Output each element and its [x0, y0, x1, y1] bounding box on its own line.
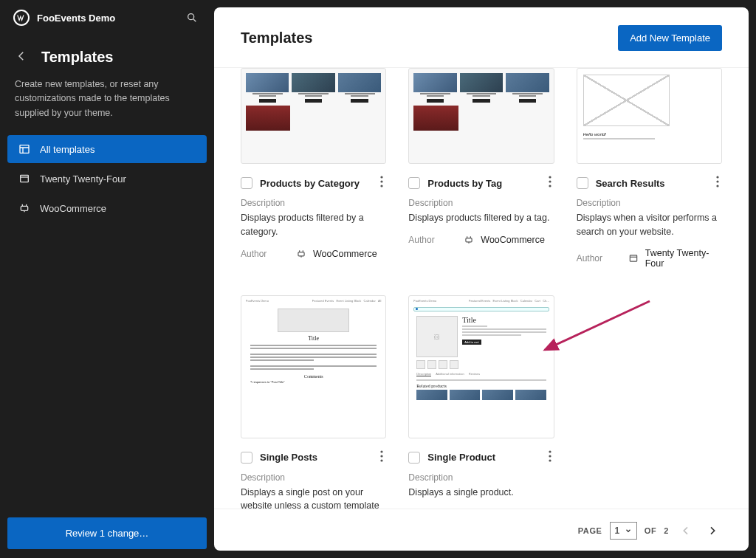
- svg-rect-1: [20, 145, 29, 154]
- sidebar-item-label: WooCommerce: [40, 203, 106, 214]
- page-title: Templates: [241, 30, 312, 46]
- sidebar-title: Templates: [41, 49, 113, 66]
- template-author: Twenty Twenty-Four: [628, 248, 722, 269]
- chevron-down-icon: [625, 527, 632, 534]
- description-label: Description: [241, 472, 386, 483]
- template-checkbox[interactable]: [408, 177, 420, 189]
- template-author: WooCommerce: [295, 248, 377, 260]
- wordpress-logo-icon[interactable]: [13, 10, 30, 26]
- total-pages: 2: [664, 526, 669, 535]
- author-label: Author: [408, 235, 450, 245]
- svg-point-21: [549, 455, 551, 457]
- description-label: Description: [408, 198, 554, 208]
- page-select[interactable]: 1: [610, 522, 637, 540]
- search-icon[interactable]: [183, 9, 201, 27]
- theme-icon: [18, 172, 31, 185]
- description-label: Description: [408, 472, 554, 483]
- sidebar-item-label: All templates: [40, 144, 94, 155]
- svg-point-14: [716, 185, 718, 187]
- template-card: FooEvents DemoFeatured Events Event List…: [408, 295, 554, 509]
- svg-point-17: [381, 455, 383, 457]
- template-card: Products by Tag Description Displays pro…: [408, 68, 554, 269]
- more-actions-icon[interactable]: [377, 174, 386, 192]
- template-card: Products by Category Description Display…: [241, 68, 386, 269]
- sidebar-item-twenty-twenty-four[interactable]: Twenty Twenty-Four: [7, 165, 207, 193]
- svg-point-0: [188, 14, 194, 20]
- template-checkbox[interactable]: [408, 452, 420, 464]
- svg-point-16: [381, 450, 383, 452]
- template-description: Displays products filtered by a tag.: [408, 211, 554, 225]
- author-label: Author: [577, 253, 615, 264]
- template-title[interactable]: Single Posts: [260, 452, 377, 463]
- template-title[interactable]: Single Product: [427, 452, 545, 463]
- plugin-icon: [295, 248, 307, 260]
- review-changes-button[interactable]: Review 1 change…: [7, 517, 207, 549]
- templates-grid: Products by Category Description Display…: [241, 68, 722, 509]
- template-checkbox[interactable]: [577, 177, 588, 189]
- svg-point-4: [381, 176, 383, 178]
- template-title[interactable]: Products by Category: [260, 178, 377, 189]
- plugin-icon: [463, 234, 475, 246]
- pagination: PAGE 1 OF 2: [214, 509, 749, 551]
- author-label: Author: [241, 249, 282, 259]
- svg-rect-15: [630, 255, 637, 261]
- svg-point-10: [549, 185, 551, 187]
- svg-point-6: [381, 185, 383, 187]
- description-label: Description: [577, 198, 722, 208]
- template-thumbnail[interactable]: [241, 68, 386, 164]
- template-title[interactable]: Search Results: [596, 178, 713, 189]
- svg-point-9: [549, 180, 551, 182]
- sidebar-item-all-templates[interactable]: All templates: [7, 135, 207, 163]
- svg-rect-2: [21, 175, 29, 182]
- template-thumbnail[interactable]: [408, 68, 554, 164]
- svg-rect-3: [21, 206, 27, 210]
- svg-point-20: [549, 450, 551, 452]
- more-actions-icon[interactable]: [546, 449, 554, 466]
- site-name[interactable]: FooEvents Demo: [37, 13, 183, 24]
- template-thumbnail[interactable]: FooEvents DemoFeatured Events Event List…: [408, 295, 554, 438]
- svg-point-12: [716, 176, 718, 178]
- template-description: Displays products filtered by a category…: [241, 211, 386, 239]
- template-author: WooCommerce: [463, 234, 545, 246]
- more-actions-icon[interactable]: [377, 449, 386, 466]
- template-card: FooEvents DemoFeatured Events Event List…: [241, 295, 386, 509]
- sidebar: FooEvents Demo Templates Create new temp…: [0, 0, 214, 558]
- plugin-icon: [18, 202, 31, 215]
- sidebar-item-woocommerce[interactable]: WooCommerce: [7, 194, 207, 222]
- page-label: PAGE: [578, 526, 602, 535]
- prev-page-button[interactable]: [676, 521, 695, 540]
- sidebar-description: Create new templates, or reset any custo…: [0, 73, 214, 135]
- template-thumbnail[interactable]: Hello world!: [577, 68, 722, 164]
- sidebar-item-label: Twenty Twenty-Four: [40, 173, 126, 185]
- svg-rect-11: [466, 238, 472, 241]
- layout-icon: [18, 142, 31, 156]
- svg-point-8: [549, 176, 551, 178]
- svg-point-5: [381, 180, 383, 182]
- template-checkbox[interactable]: [241, 452, 252, 464]
- template-card: Hello world! Search Results Description …: [577, 68, 722, 269]
- next-page-button[interactable]: [703, 521, 722, 540]
- templates-grid-scroll[interactable]: Products by Category Description Display…: [214, 68, 749, 509]
- svg-point-13: [716, 180, 718, 182]
- add-new-template-button[interactable]: Add New Template: [618, 25, 722, 51]
- svg-point-18: [381, 459, 383, 461]
- template-checkbox[interactable]: [241, 177, 252, 189]
- sidebar-nav: All templates Twenty Twenty-Four WooComm…: [0, 135, 214, 224]
- template-description: Displays a single product.: [408, 486, 554, 500]
- theme-icon: [628, 252, 639, 264]
- more-actions-icon[interactable]: [713, 174, 722, 192]
- svg-rect-7: [298, 252, 304, 255]
- of-label: OF: [645, 526, 656, 535]
- more-actions-icon[interactable]: [546, 174, 554, 192]
- template-thumbnail[interactable]: FooEvents DemoFeatured Events Event List…: [241, 295, 386, 438]
- template-title[interactable]: Products by Tag: [427, 178, 545, 189]
- main-panel: Templates Add New Template: [214, 7, 749, 551]
- svg-point-22: [549, 459, 551, 461]
- description-label: Description: [241, 198, 386, 208]
- back-button[interactable]: [15, 49, 28, 66]
- template-description: Displays when a visitor performs a searc…: [577, 211, 722, 239]
- template-description: Displays a single post on your website u…: [241, 486, 386, 509]
